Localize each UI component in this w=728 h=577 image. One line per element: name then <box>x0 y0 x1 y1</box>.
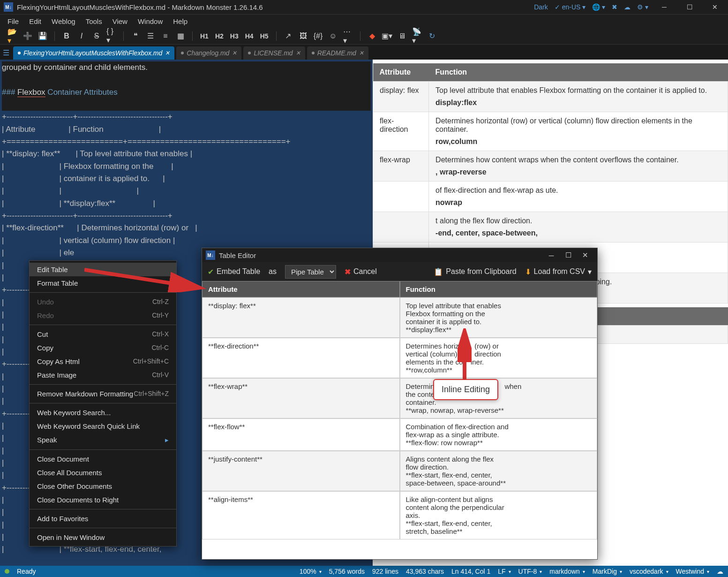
status-user[interactable]: Westwind <box>676 568 709 575</box>
cm-close-doc[interactable]: Close Document <box>30 452 176 466</box>
h3-button[interactable]: H3 <box>229 32 240 40</box>
cm-close-right[interactable]: Close Documents to Right <box>30 493 176 507</box>
ext-icon-1[interactable]: ✖ <box>612 3 617 11</box>
status-cloud-icon[interactable]: ☁ <box>717 568 723 575</box>
cm-web-search[interactable]: Web Keyword Search... <box>30 406 176 419</box>
tab-label: FlexingYourHtmlLayoutMusclesWithFlexbox.… <box>23 49 162 57</box>
grid-cell[interactable]: Top level attribute that enables Flexbox… <box>400 297 598 338</box>
link-icon[interactable]: ↗ <box>283 31 293 41</box>
cm-open-new[interactable]: Open in New Window <box>30 531 176 544</box>
h2-button[interactable]: H2 <box>214 32 225 40</box>
table-mode-select[interactable]: Pipe Table <box>285 265 336 279</box>
paste-clipboard-button[interactable]: 📋Paste from Clipboard <box>434 267 516 276</box>
ext-icon-2[interactable]: ☁ <box>624 3 630 11</box>
tab-close-icon[interactable]: ✕ <box>359 50 364 56</box>
italic-icon[interactable]: I <box>76 31 87 41</box>
tab-close-icon[interactable]: ✕ <box>165 50 170 56</box>
save-icon[interactable]: 💾 <box>38 31 48 41</box>
grid-cell[interactable]: **display: flex** <box>202 297 400 338</box>
menu-window[interactable]: Window <box>133 15 167 27</box>
grid-cell[interactable]: Determines horizo (row) or vertical (col… <box>400 338 598 378</box>
grid-cell[interactable]: Aligns content along the flex flow direc… <box>400 451 598 491</box>
minimize-button[interactable]: ─ <box>655 1 674 13</box>
menu-view[interactable]: View <box>108 15 132 27</box>
monitor-icon[interactable]: 🖥 <box>397 31 407 41</box>
settings-icon[interactable]: ⚙ ▾ <box>637 3 648 11</box>
status-eol[interactable]: LF <box>498 568 510 575</box>
menu-file[interactable]: File <box>3 15 23 27</box>
h5-button[interactable]: H5 <box>259 32 270 40</box>
grid-cell[interactable]: **flex-direction** <box>202 338 400 378</box>
tab-flexbox[interactable]: FlexingYourHtmlLayoutMusclesWithFlexbox.… <box>13 46 174 60</box>
menubar: File Edit Weblog Tools View Window Help <box>0 15 728 28</box>
grid-cell[interactable]: Combination of flex-direction and flex-w… <box>400 418 598 451</box>
cm-copy[interactable]: CopyCtrl-C <box>30 341 176 355</box>
grid-cell[interactable]: **flex-flow** <box>202 418 400 451</box>
tab-changelog[interactable]: Changelog.md ✕ <box>176 46 241 60</box>
more-icon[interactable]: ⋯▾ <box>343 31 353 41</box>
grid-header-attr[interactable]: Attribute <box>202 281 400 297</box>
menu-weblog[interactable]: Weblog <box>47 15 80 27</box>
grid-cell[interactable]: Like align-content but aligns content al… <box>400 491 598 539</box>
h1-button[interactable]: H1 <box>199 32 210 40</box>
special-icon[interactable]: {#} <box>313 31 323 41</box>
status-syntax[interactable]: markdown <box>549 568 585 575</box>
cm-speak[interactable]: Speak▸ <box>30 433 176 447</box>
new-icon[interactable]: ➕ <box>23 31 33 41</box>
menu-help[interactable]: Help <box>168 15 192 27</box>
h4-button[interactable]: H4 <box>244 32 255 40</box>
cm-cut[interactable]: CutCtrl-X <box>30 327 176 341</box>
cm-remove-md[interactable]: Remove Markdown FormattingCtrl+Shift+Z <box>30 387 176 401</box>
dialog-grid[interactable]: Attribute Function **display: flex** Top… <box>202 281 597 539</box>
bold-icon[interactable]: B <box>61 31 72 41</box>
cm-close-other[interactable]: Close Other Documents <box>30 479 176 493</box>
dialog-minimize[interactable]: ─ <box>543 250 560 261</box>
menu-tools[interactable]: Tools <box>81 15 107 27</box>
menu-edit[interactable]: Edit <box>24 15 46 27</box>
embed-table-button[interactable]: ✔Embed Table <box>208 267 260 276</box>
refresh-icon[interactable]: ↻ <box>427 31 437 41</box>
dialog-titlebar[interactable]: M↓ Table Editor ─ ☐ ✕ <box>202 248 597 262</box>
cm-paste-image[interactable]: Paste ImageCtrl-V <box>30 368 176 382</box>
emoji-icon[interactable]: ☺ <box>328 31 338 41</box>
cm-add-fav[interactable]: Add to Favorites <box>30 512 176 525</box>
cancel-button[interactable]: ✖Cancel <box>345 267 377 276</box>
grid-cell[interactable]: **justify-content** <box>202 451 400 491</box>
status-theme[interactable]: vscodedark <box>630 568 668 575</box>
code-icon[interactable]: { }▾ <box>106 31 117 41</box>
tab-close-icon[interactable]: ✕ <box>296 50 300 56</box>
numlist-icon[interactable]: ≡ <box>160 31 171 41</box>
strike-icon[interactable]: S <box>91 31 102 41</box>
grid-cell[interactable]: Determin when the content overflows the … <box>400 378 598 418</box>
load-csv-button[interactable]: ⬇Load from CSV▾ <box>525 267 592 276</box>
list-icon[interactable]: ☰ <box>145 31 156 41</box>
cm-web-search-quick[interactable]: Web Keyword Search Quick Link <box>30 419 176 433</box>
dialog-close[interactable]: ✕ <box>577 250 593 261</box>
tab-readme[interactable]: README.md ✕ <box>307 46 368 60</box>
image-icon[interactable]: 🖼 <box>298 31 308 41</box>
git-icon[interactable]: ◆ <box>367 31 377 41</box>
status-encoding[interactable]: UTF-8 <box>518 568 542 575</box>
tab-menu-icon[interactable]: ☰ <box>3 48 9 57</box>
rss-icon[interactable]: 📡▾ <box>412 31 422 41</box>
maximize-button[interactable]: ☐ <box>680 1 699 13</box>
browser-icon[interactable]: ▣▾ <box>382 31 392 41</box>
cm-copy-html[interactable]: Copy As HtmlCtrl+Shift+C <box>30 355 176 368</box>
cm-close-all[interactable]: Close All Documents <box>30 466 176 479</box>
theme-selector[interactable]: Dark <box>534 3 548 11</box>
tab-close-icon[interactable]: ✕ <box>232 50 237 56</box>
close-button[interactable]: ✕ <box>705 1 724 13</box>
status-parser[interactable]: MarkDig <box>593 568 622 575</box>
status-pos[interactable]: Ln 414, Col 1 <box>451 568 490 575</box>
lang-selector[interactable]: ✓ en-US ▾ <box>555 3 585 11</box>
grid-cell[interactable]: **align-items** <box>202 491 400 539</box>
table-icon[interactable]: ▦ <box>175 31 186 41</box>
status-zoom[interactable]: 100% <box>300 568 322 575</box>
globe-icon[interactable]: 🌐 ▾ <box>592 3 605 11</box>
grid-cell[interactable]: **flex-wrap** <box>202 378 400 418</box>
quote-icon[interactable]: ❝ <box>130 31 141 41</box>
dialog-maximize[interactable]: ☐ <box>560 250 577 261</box>
grid-header-func[interactable]: Function <box>400 281 598 297</box>
tab-license[interactable]: LICENSE.md ✕ <box>243 46 305 60</box>
open-icon[interactable]: 📂▾ <box>8 31 18 41</box>
